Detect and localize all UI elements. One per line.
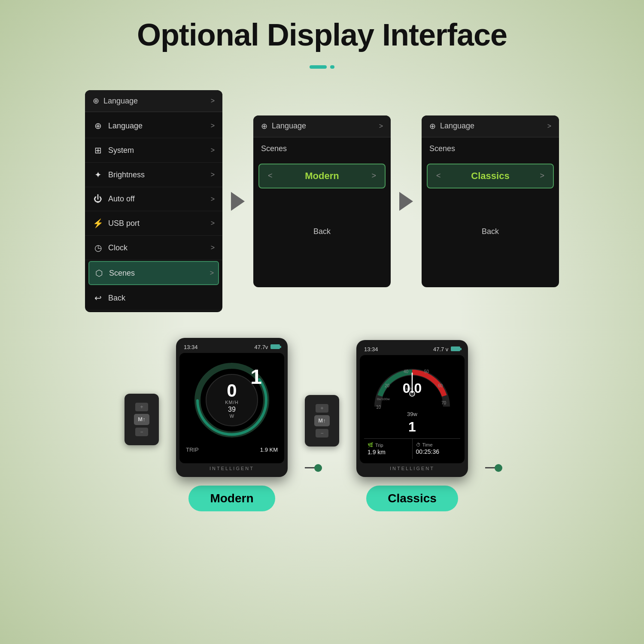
classics-watts: 39w xyxy=(407,411,417,417)
menu-item-clock[interactable]: ◷ Clock > xyxy=(85,236,222,260)
arrow-1 xyxy=(231,192,245,211)
classics-assist: 1 xyxy=(364,419,460,435)
scenes-classics-back[interactable]: Back xyxy=(422,214,559,249)
brightness-icon: ✦ xyxy=(93,170,103,180)
classics-controller[interactable]: + M↑ − xyxy=(305,395,339,447)
main-container: Optional Display Interface ⊕ Language > … xyxy=(21,0,623,529)
scenes-modern-label: Scenes xyxy=(253,137,391,158)
system-label: System xyxy=(108,146,134,155)
brightness-arrow: > xyxy=(211,171,215,179)
modern-display: 0 KM/H 39 W 1 TRIP xyxy=(179,353,284,463)
modern-device-body: 13:34 47.7v xyxy=(176,338,288,477)
scenes-modern-back[interactable]: Back xyxy=(253,214,391,249)
scenes-classics-screen: ⊕ Language > Scenes < Classics > Back xyxy=(422,115,559,287)
minus-button[interactable]: − xyxy=(135,428,148,436)
modern-brand: INTELLIGENT xyxy=(179,463,284,474)
classics-time: 13:34 xyxy=(364,346,378,352)
screens-row: ⊕ Language > ⊕ Language > ⊞ xyxy=(30,90,614,312)
svg-text:10: 10 xyxy=(376,405,381,410)
classics-gauge: 10 20 40 50 60 70 KM/H xyxy=(369,359,455,411)
classics-speed-val: 0.0 xyxy=(403,380,422,396)
modern-watts-unit: W xyxy=(225,413,239,419)
scenes-classics-selector[interactable]: < Classics > xyxy=(427,164,554,188)
scenes-classics-chevron-left: < xyxy=(436,171,441,180)
modern-badge: Modern xyxy=(188,486,275,511)
svg-text:20: 20 xyxy=(385,383,390,388)
globe-icon: ⊕ xyxy=(93,96,99,106)
classics-minus-button[interactable]: − xyxy=(316,429,328,437)
menu-header-label: Language xyxy=(103,97,138,106)
modern-speed-center: 0 KM/H 39 W xyxy=(225,382,239,419)
classics-trip-col: 🌿 Trip 1.9 km xyxy=(364,439,413,459)
classics-battery-icon xyxy=(451,346,460,351)
modern-device-container: + M↑ − 13:34 47.7v xyxy=(159,338,305,511)
modern-device-wrapper: + M↑ − 13:34 47.7v xyxy=(159,338,305,477)
classics-speed-center: 0.0 xyxy=(403,380,422,396)
menu-item-brightness[interactable]: ✦ Brightness > xyxy=(85,163,222,187)
modern-trip-label: TRIP xyxy=(186,447,199,453)
back-label: Back xyxy=(108,294,125,303)
menu-item-usb[interactable]: ⚡ USB port > xyxy=(85,211,222,236)
modern-speed-value: 0 xyxy=(225,382,239,400)
arrow-2 xyxy=(399,192,413,211)
autooff-label: Auto off xyxy=(108,194,135,204)
menu-header-arrow: > xyxy=(211,97,215,105)
scenes-modern-selector[interactable]: < Modern > xyxy=(258,164,386,188)
modern-trip-value: 1.9 KM xyxy=(260,447,278,453)
modern-voltage: 47.7v xyxy=(255,344,280,350)
scenes-modern-chevron-right: > xyxy=(371,171,376,180)
plus-button[interactable]: + xyxy=(135,403,148,411)
scenes-icon: ⬡ xyxy=(94,268,104,278)
scenes-label: Scenes xyxy=(109,269,135,278)
menu-screen: ⊕ Language > ⊕ Language > ⊞ xyxy=(85,90,222,312)
modern-speed-unit: KM/H xyxy=(225,400,239,405)
devices-row: + M↑ − 13:34 47.7v xyxy=(30,338,614,511)
scenes-modern-screen: ⊕ Language > Scenes < Modern > Back xyxy=(253,115,391,287)
scenes-modern-header-arrow: > xyxy=(379,122,383,130)
m-button[interactable]: M↑ xyxy=(134,414,149,425)
classics-cable-connector xyxy=(495,464,502,472)
classics-trip-value: 1.9 km xyxy=(368,449,409,456)
menu-item-system[interactable]: ⊞ System > xyxy=(85,138,222,163)
menu-item-autooff[interactable]: ⏻ Auto off > xyxy=(85,187,222,211)
modern-speedometer: 0 KM/H 39 W 1 xyxy=(193,361,270,439)
classics-plus-button[interactable]: + xyxy=(316,404,328,413)
clock-arrow: > xyxy=(211,244,215,252)
menu-items-list: ⊕ Language > ⊞ System > ✦ xyxy=(85,112,222,312)
menu-item-language[interactable]: ⊕ Language > xyxy=(85,114,222,138)
autooff-arrow: > xyxy=(211,195,215,203)
menu-item-back[interactable]: ↩ Back xyxy=(85,286,222,310)
scenes-modern-header: ⊕ Language > xyxy=(253,115,391,137)
language-arrow: > xyxy=(211,122,215,130)
menu-header-left: ⊕ Language xyxy=(93,96,138,106)
classics-status-bar: 13:34 47.7 v xyxy=(360,343,465,355)
modern-assist-level: 1 xyxy=(250,365,262,389)
svg-text:40: 40 xyxy=(404,369,409,374)
classics-watts-row: 39w xyxy=(364,411,460,417)
classics-time-title: ⏱ Time xyxy=(416,442,457,447)
classics-device-wrapper: + M↑ − 13:34 47.7 v xyxy=(339,340,485,477)
scenes-classics-value: Classics xyxy=(471,170,509,182)
clock-label: Clock xyxy=(108,243,128,252)
classics-time-value: 00:25:36 xyxy=(416,448,457,455)
modern-trip-bar: TRIP 1.9 KM xyxy=(186,443,278,455)
svg-text:0x/100w: 0x/100w xyxy=(377,397,390,401)
page-title: Optional Display Interface xyxy=(30,17,614,52)
system-icon: ⊞ xyxy=(93,145,103,155)
autooff-icon: ⏻ xyxy=(93,194,103,204)
back-icon: ↩ xyxy=(93,293,103,303)
menu-item-scenes[interactable]: ⬡ Scenes > xyxy=(88,261,219,285)
usb-arrow: > xyxy=(211,219,215,227)
classics-m-button[interactable]: M↑ xyxy=(314,415,330,426)
usb-icon: ⚡ xyxy=(93,218,103,228)
language-label: Language xyxy=(108,122,143,131)
title-decoration xyxy=(30,65,614,69)
modern-controller[interactable]: + M↑ − xyxy=(125,394,159,445)
modern-cable-connector xyxy=(314,464,322,472)
svg-text:60: 60 xyxy=(438,383,443,388)
scenes-classics-header: ⊕ Language > xyxy=(422,115,559,137)
dot-small xyxy=(330,65,334,69)
classics-bottom-row: 🌿 Trip 1.9 km ⏱ Time 00:25:36 xyxy=(364,438,460,459)
menu-header: ⊕ Language > xyxy=(85,90,222,112)
dot-long xyxy=(310,65,327,69)
